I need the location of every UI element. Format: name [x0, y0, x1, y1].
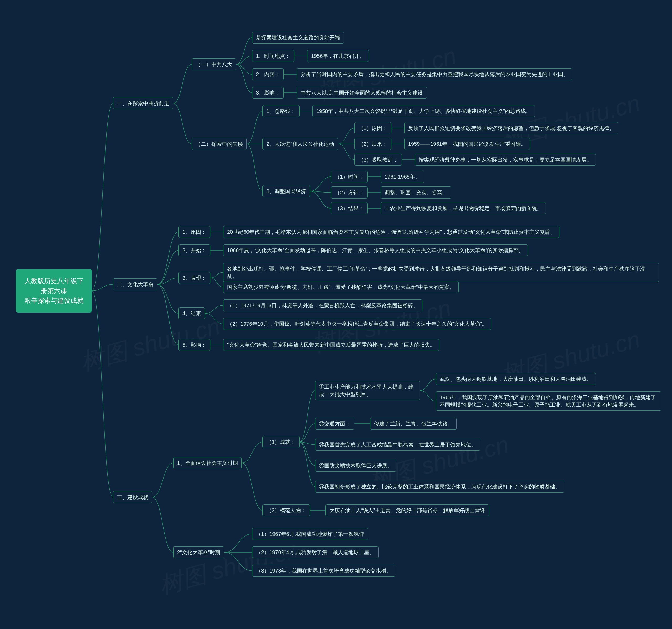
- s1-a3-v[interactable]: 中共八大以后,中国开始全面的大规模的社会主义建设: [297, 87, 427, 99]
- s2-c2-v[interactable]: 1966年夏，“文化大革命”全面发动起来，陈伯达、江青、康生、张春桥等人组成的中…: [223, 244, 528, 256]
- s3-d2-v1[interactable]: （1）1967年6月,我国成功地爆炸了第一颗氢弹: [252, 528, 368, 540]
- s3-d1-r2[interactable]: （2）模范人物：: [263, 504, 310, 516]
- s3-d2-v2[interactable]: （2）1970年4月,成功发射了第一颗人造地球卫星。: [252, 546, 379, 558]
- s3-d1-r1-i3[interactable]: ③我国首先完成了人工合成结晶牛胰岛素，在世界上居于领先地位。: [315, 439, 480, 451]
- s1-b2-r2-v[interactable]: 1959——1961年，我国的国民经济发生严重困难。: [404, 138, 530, 150]
- s1-b2-r3[interactable]: （3）吸取教训：: [354, 154, 402, 166]
- s3-d1-r1-i1-v1[interactable]: 武汉、包头两大钢铁基地，大庆油田、胜利油田和大港油田建成。: [436, 373, 596, 385]
- s1-a3[interactable]: 3、影响：: [252, 87, 284, 99]
- s2-c1-v[interactable]: 20世纪60年代中期，毛泽东认为党和国家面临着资本主义复辟的危险，强调“以阶级斗…: [223, 226, 559, 238]
- s3-d2-v3[interactable]: （3）1973年，我国在世界上首次培育成功籼型杂交水稻。: [252, 565, 395, 577]
- s2-c3-v2[interactable]: 国家主席刘少奇被诬蔑为“叛徒、内奸、工贼”，遭受了残酷迫害，成为“文化大革命”中…: [223, 281, 459, 293]
- s1-b3-r3-v[interactable]: 工农业生产得到恢复和发展，呈现出物价稳定、市场繁荣的新面貌。: [381, 202, 546, 214]
- s1-b3-r2-v[interactable]: 调整、巩固、充实、提高。: [381, 186, 452, 199]
- s1-a[interactable]: （一）中共八大: [192, 58, 236, 70]
- section-2[interactable]: 二、文化大革命: [113, 278, 158, 290]
- s2-c3[interactable]: 3、表现：: [178, 272, 210, 284]
- s1-b3-r1[interactable]: （1）时间：: [331, 171, 368, 183]
- s2-c1[interactable]: 1、原因：: [178, 226, 210, 238]
- s1-b3-r3[interactable]: （3）结果：: [331, 202, 368, 214]
- s1-a1[interactable]: 1、时间地点：: [252, 50, 294, 62]
- s1-b3-r2[interactable]: （2）方针：: [331, 186, 368, 199]
- s3-d1[interactable]: 1、全面建设社会主义时期: [173, 457, 242, 469]
- s1-b3[interactable]: 3、调整国民经济: [263, 185, 310, 197]
- section-1[interactable]: 一、在探索中曲折前进: [113, 97, 173, 109]
- s1-b2-r1[interactable]: （1）原因：: [354, 122, 391, 134]
- s1-b2-r1-v[interactable]: 反映了人民群众迫切要求改变我国经济落后的愿望，但急于求成,忽视了客观的经济规律。: [404, 122, 619, 134]
- s3-d1-r1-i2[interactable]: ②交通方面：: [315, 418, 354, 430]
- s2-c5[interactable]: 5、影响：: [178, 339, 210, 351]
- s1-b3-r1-v[interactable]: 1961-1965年。: [381, 171, 424, 183]
- s1-a0[interactable]: 是探索建设社会主义道路的良好开端: [252, 31, 344, 44]
- root-title-1: 人教版历史八年级下册第六课: [24, 277, 83, 295]
- mindmap-canvas: 树图 shutu.cn 树图 shutu.cn 树图 shutu.cn 树图 s…: [0, 0, 672, 629]
- s2-c4-v2[interactable]: （2）1976年10月，华国锋、叶剑英等代表中央一举粉碎江青反革命集团，结束了长…: [223, 318, 491, 330]
- s1-a1-v[interactable]: 1956年，在北京召开。: [307, 50, 369, 62]
- s2-c2[interactable]: 2、开始：: [178, 244, 210, 256]
- root-node[interactable]: 人教版历史八年级下册第六课 艰辛探索与建设成就: [16, 269, 92, 312]
- s3-d1-r1[interactable]: （1）成就：: [263, 436, 299, 448]
- s1-b2-r2[interactable]: （2）后果：: [354, 138, 391, 150]
- s2-c4[interactable]: 4、结束: [178, 307, 205, 319]
- s3-d1-r1-i1-v2[interactable]: 1965年，我国实现了原油和石油产品的全部自给。原有的沿海工业基地得到加强，内地…: [436, 391, 662, 411]
- s1-a2[interactable]: 2、内容：: [252, 68, 284, 80]
- s1-b1[interactable]: 1、总路线：: [263, 105, 299, 117]
- s1-b1-v[interactable]: 1958年，中共八大二次会议提出“鼓足干劲、力争上游、多快好省地建设社会主义”的…: [312, 105, 535, 117]
- s2-c5-v[interactable]: “文化大革命”给党、国家和各族人民带来新中国成立后最严重的挫折，造成了巨大的损失…: [223, 339, 439, 351]
- s3-d1-r1-i1[interactable]: ①工业生产能力和技术水平大大提高，建成一大批大中型项目。: [315, 381, 420, 400]
- s3-d1-r1-i2-v[interactable]: 修建了兰新、兰青、包兰等铁路。: [370, 418, 457, 430]
- s3-d2[interactable]: 2“文化大革命”时期: [173, 546, 224, 558]
- s1-b2[interactable]: 2、大跃进"和人民公社化运动: [263, 138, 338, 150]
- s3-d1-r1-i4[interactable]: ④国防尖端技术取得巨大进展。: [315, 460, 397, 472]
- s3-d1-r1-i5[interactable]: ⑤我国初步形成了独立的、比较完整的工业体系和国民经济体系，为现代化建设打下了坚实…: [315, 481, 565, 493]
- section-3[interactable]: 三、建设成就: [113, 491, 152, 503]
- s3-d1-r2-v[interactable]: 大庆石油工人“铁人”王进喜、党的好干部焦裕禄、解放军好战士雷锋: [326, 504, 489, 516]
- s2-c3-v1[interactable]: 各地到处出现打、砸、抢事件，学校停课、工厂停工“闹革命”；一些党政机关受到冲击；…: [223, 263, 659, 282]
- root-title-2: 艰辛探索与建设成就: [24, 297, 83, 304]
- s2-c4-v1[interactable]: （1）1971年9月13日，林彪等人外逃，在蒙古机毁人亡，林彪反革命集团被粉碎。: [223, 299, 422, 311]
- s1-b2-r3-v[interactable]: 按客观经济规律办事；一切从实际出发，实事求是；要立足本国国情发展。: [415, 154, 596, 166]
- s1-b[interactable]: （二）探索中的失误: [192, 138, 247, 150]
- s1-a2-v[interactable]: 分析了当时国内的主要矛盾，指出党和人民的主要任务是集中力量把我国尽快地从落后的农…: [297, 68, 572, 80]
